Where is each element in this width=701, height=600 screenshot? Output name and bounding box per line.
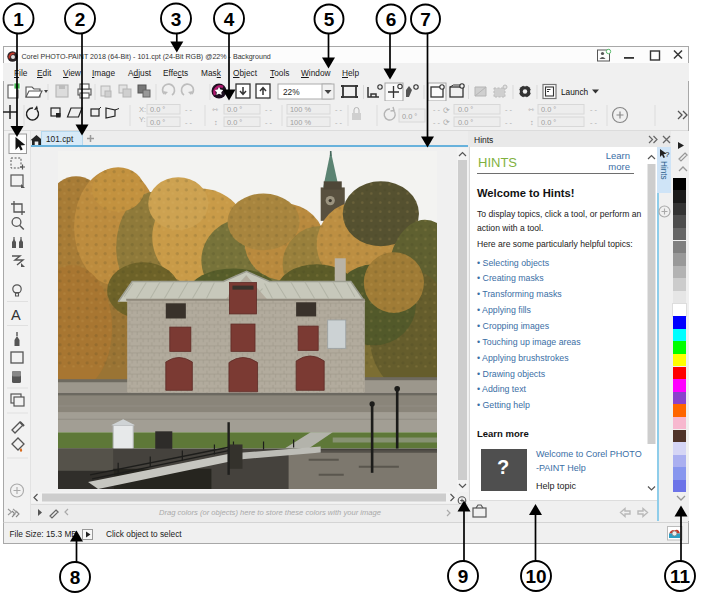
svg-text:4: 4	[224, 9, 235, 30]
svg-text:2: 2	[75, 9, 86, 30]
svg-text:11: 11	[670, 566, 691, 587]
svg-text:1: 1	[13, 9, 24, 30]
svg-text:9: 9	[458, 566, 469, 587]
svg-text:10: 10	[525, 566, 546, 587]
svg-text:6: 6	[386, 9, 397, 30]
svg-text:5: 5	[324, 9, 335, 30]
svg-text:7: 7	[420, 9, 431, 30]
svg-text:3: 3	[171, 9, 182, 30]
svg-text:8: 8	[70, 567, 81, 588]
